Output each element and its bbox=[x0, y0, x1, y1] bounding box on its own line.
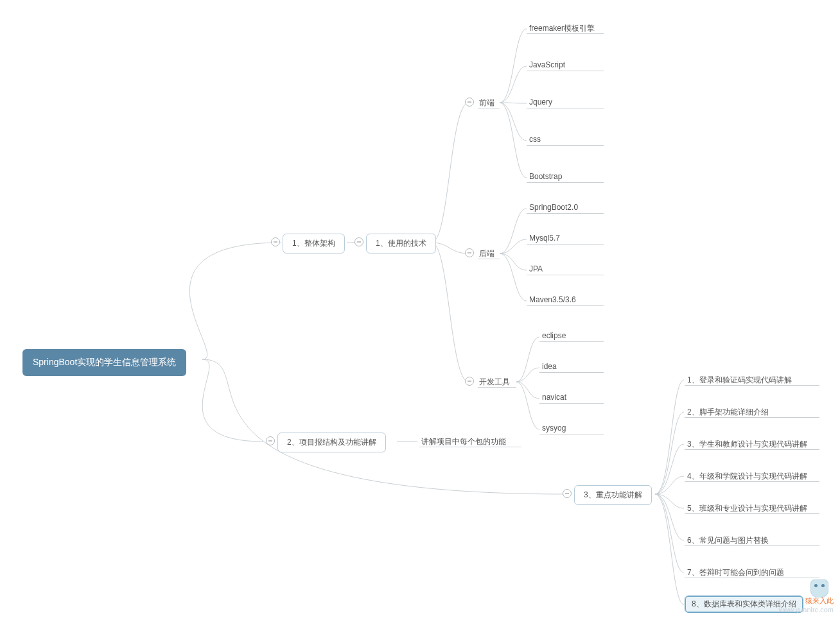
leaf-kp-6[interactable]: 6、常见问题与图片替换 bbox=[687, 535, 769, 546]
leaf-kp-7[interactable]: 7、答辩时可能会问到的问题 bbox=[687, 567, 784, 578]
collapse-icon[interactable] bbox=[266, 436, 275, 445]
root-label: SpringBoot实现的学生信息管理系统 bbox=[33, 357, 176, 367]
node-label: 1、使用的技术 bbox=[376, 239, 426, 248]
leaf-structure-desc[interactable]: 讲解项目中每个包的功能 bbox=[421, 436, 506, 447]
watermark: 猿来入此 www.yuanlrc.com bbox=[778, 596, 834, 614]
collapse-icon[interactable] bbox=[465, 377, 474, 386]
leaf-maven[interactable]: Maven3.5/3.6 bbox=[529, 295, 576, 304]
leaf-idea[interactable]: idea bbox=[542, 362, 557, 371]
underline bbox=[478, 259, 500, 259]
leaf-navicat[interactable]: navicat bbox=[542, 393, 566, 402]
leaf-jpa[interactable]: JPA bbox=[529, 264, 543, 273]
node-architecture[interactable]: 1、整体架构 bbox=[283, 234, 345, 253]
node-label: 后端 bbox=[479, 249, 494, 258]
connector-lines bbox=[0, 0, 840, 618]
collapse-icon[interactable] bbox=[563, 489, 572, 498]
node-tech[interactable]: 1、使用的技术 bbox=[366, 234, 436, 253]
leaf-kp-2[interactable]: 2、脚手架功能详细介绍 bbox=[687, 407, 769, 418]
root-node[interactable]: SpringBoot实现的学生信息管理系统 bbox=[22, 349, 186, 376]
leaf-mysql[interactable]: Mysql5.7 bbox=[529, 234, 560, 243]
node-keypoints[interactable]: 3、重点功能讲解 bbox=[574, 485, 652, 505]
node-frontend[interactable]: 前端 bbox=[479, 98, 494, 108]
leaf-eclipse[interactable]: eclipse bbox=[542, 331, 566, 340]
leaf-kp-5[interactable]: 5、班级和专业设计与实现代码讲解 bbox=[687, 503, 807, 514]
node-label: 3、重点功能讲解 bbox=[584, 490, 642, 499]
leaf-css[interactable]: css bbox=[529, 135, 541, 144]
collapse-icon[interactable] bbox=[465, 248, 474, 257]
leaf-jquery[interactable]: Jquery bbox=[529, 98, 552, 107]
leaf-bootstrap[interactable]: Bootstrap bbox=[529, 172, 562, 181]
node-backend[interactable]: 后端 bbox=[479, 248, 494, 259]
leaf-javascript[interactable]: JavaScript bbox=[529, 60, 565, 69]
node-structure[interactable]: 2、项目报结构及功能讲解 bbox=[277, 433, 386, 452]
leaf-kp-4[interactable]: 4、年级和学院设计与实现代码讲解 bbox=[687, 471, 807, 482]
mindmap-canvas: { "root": "SpringBoot实现的学生信息管理系统", "n1":… bbox=[0, 0, 840, 618]
node-label: 前端 bbox=[479, 98, 494, 107]
leaf-springboot[interactable]: SpringBoot2.0 bbox=[529, 203, 578, 212]
underline bbox=[478, 387, 516, 388]
leaf-freemaker[interactable]: freemaker模板引擎 bbox=[529, 23, 595, 34]
watermark-url: www.yuanlrc.com bbox=[778, 606, 834, 614]
node-devtool[interactable]: 开发工具 bbox=[479, 377, 510, 388]
leaf-kp-3[interactable]: 3、学生和教师设计与实现代码讲解 bbox=[687, 439, 807, 450]
leaf-kp-1[interactable]: 1、登录和验证码实现代码讲解 bbox=[687, 375, 792, 386]
collapse-icon[interactable] bbox=[354, 237, 363, 246]
underline bbox=[478, 108, 500, 108]
watermark-title: 猿来入此 bbox=[805, 597, 834, 605]
node-label: 开发工具 bbox=[479, 377, 510, 386]
leaf-sysyog[interactable]: sysyog bbox=[542, 424, 566, 433]
node-label: 1、整体架构 bbox=[292, 239, 335, 248]
node-label: 2、项目报结构及功能讲解 bbox=[287, 438, 376, 447]
collapse-icon[interactable] bbox=[465, 98, 474, 107]
collapse-icon[interactable] bbox=[271, 237, 280, 246]
underline bbox=[419, 447, 521, 447]
mascot-icon bbox=[810, 579, 828, 597]
